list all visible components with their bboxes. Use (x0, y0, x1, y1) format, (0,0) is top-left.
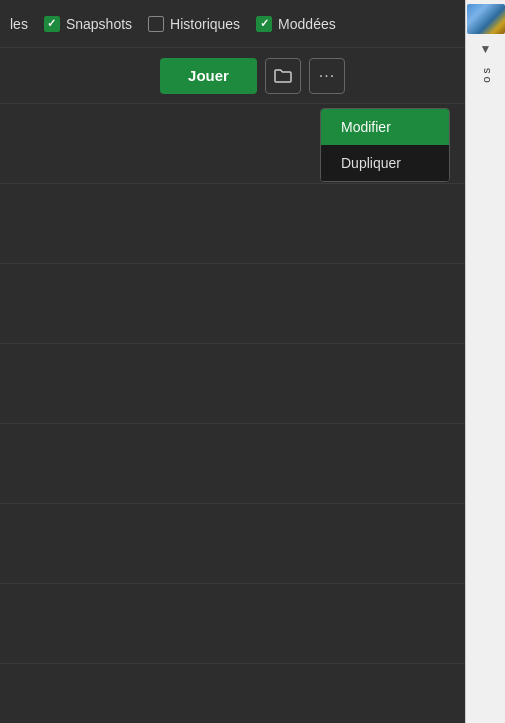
content-line-6 (0, 504, 505, 584)
moddees-label: Moddées (278, 16, 336, 32)
snapshots-checkbox[interactable] (44, 16, 60, 32)
dropdown-dupliquer[interactable]: Dupliquer (321, 145, 449, 181)
right-panel-text: o s (480, 68, 492, 83)
content-line-7 (0, 584, 505, 664)
content-line-2 (0, 184, 505, 264)
content-area (0, 104, 505, 723)
more-options-button[interactable]: ··· (309, 58, 345, 94)
content-line-3 (0, 264, 505, 344)
action-bar: Jouer ··· (0, 48, 505, 104)
chevron-down-icon[interactable]: ▼ (476, 38, 496, 60)
folder-button[interactable] (265, 58, 301, 94)
dropdown-modifier[interactable]: Modifier (321, 109, 449, 145)
filter-les-label: les (10, 16, 28, 32)
right-panel: ▼ o s (465, 0, 505, 723)
filter-snapshots[interactable]: Snapshots (44, 16, 132, 32)
play-button[interactable]: Jouer (160, 58, 257, 94)
filter-historiques[interactable]: Historiques (148, 16, 240, 32)
content-lines (0, 104, 505, 723)
content-line-4 (0, 344, 505, 424)
right-panel-thumbnail (467, 4, 505, 34)
filter-bar: les Snapshots Historiques Moddées (0, 0, 505, 48)
filter-moddees[interactable]: Moddées (256, 16, 336, 32)
historiques-checkbox[interactable] (148, 16, 164, 32)
content-line-5 (0, 424, 505, 504)
dropdown-menu: Modifier Dupliquer (320, 108, 450, 182)
more-icon: ··· (319, 67, 335, 85)
snapshots-label: Snapshots (66, 16, 132, 32)
folder-icon (274, 68, 292, 84)
historiques-label: Historiques (170, 16, 240, 32)
moddees-checkbox[interactable] (256, 16, 272, 32)
